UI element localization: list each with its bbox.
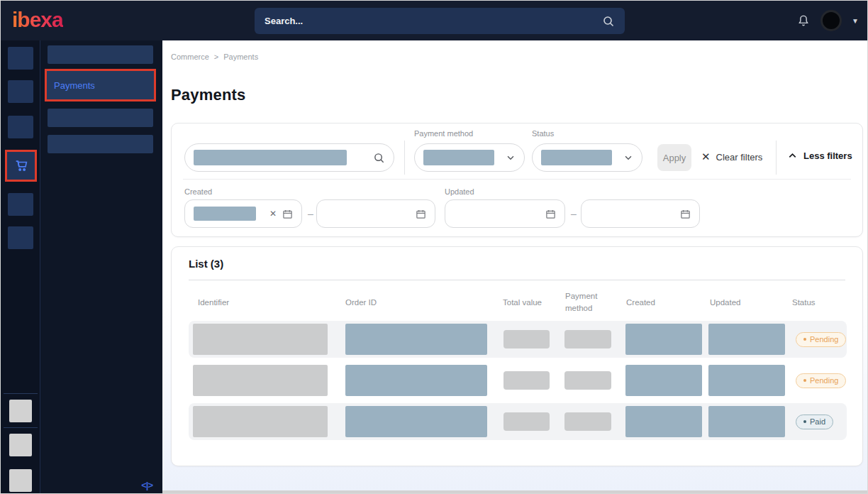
sidebar-item-placeholder-3[interactable] bbox=[48, 135, 153, 153]
redacted-total-value bbox=[503, 330, 550, 348]
less-filters-label[interactable]: Less filters bbox=[803, 150, 852, 161]
status-dot-icon bbox=[803, 379, 806, 382]
date-range-dash: – bbox=[308, 208, 313, 219]
chevron-down-icon[interactable] bbox=[506, 153, 516, 163]
rail-divider-1 bbox=[4, 393, 38, 394]
calendar-icon[interactable] bbox=[545, 209, 556, 219]
secondary-sidebar: Payments <|> bbox=[40, 40, 162, 494]
topbar-actions: ▼ bbox=[796, 1, 859, 40]
sidebar-collapse-icon[interactable]: <|> bbox=[141, 480, 152, 490]
sidebar-item-payments-label[interactable]: Payments bbox=[47, 80, 95, 91]
redacted-updated bbox=[708, 406, 785, 437]
user-avatar[interactable] bbox=[820, 10, 842, 31]
redacted-select-value bbox=[423, 150, 494, 165]
table-row[interactable]: Pending bbox=[189, 362, 847, 399]
list-divider bbox=[189, 280, 845, 280]
less-filters-button[interactable]: Less filters bbox=[787, 150, 852, 161]
updated-to-date-input[interactable] bbox=[581, 199, 700, 228]
calendar-icon[interactable] bbox=[416, 209, 426, 219]
col-created: Created bbox=[621, 297, 704, 309]
filter-divider-1 bbox=[404, 141, 405, 175]
breadcrumb-payments[interactable]: Payments bbox=[223, 53, 258, 61]
created-from-date-input[interactable]: ✕ bbox=[184, 199, 302, 228]
sidebar-item-placeholder-2[interactable] bbox=[48, 109, 153, 127]
top-bar: ibexa ▼ bbox=[1, 1, 868, 40]
redacted-payment-method bbox=[564, 330, 611, 348]
horizontal-scrollbar[interactable] bbox=[162, 490, 868, 494]
redacted-order-id bbox=[345, 406, 487, 437]
rail-bottom-placeholder-3[interactable] bbox=[9, 469, 32, 492]
cart-icon[interactable] bbox=[13, 158, 29, 174]
filter-row-divider bbox=[183, 179, 851, 180]
rail-divider-2 bbox=[4, 427, 38, 428]
status-badge: Paid bbox=[796, 415, 833, 429]
rail-bottom-placeholder-2[interactable] bbox=[9, 434, 32, 456]
filter-search-input[interactable] bbox=[184, 143, 394, 172]
rail-bottom-placeholder-1[interactable] bbox=[9, 400, 32, 422]
status-dot-icon bbox=[803, 420, 806, 423]
redacted-payment-method bbox=[564, 371, 611, 390]
payment-method-select[interactable] bbox=[414, 143, 525, 172]
table-row[interactable]: Paid bbox=[189, 403, 847, 440]
sidebar-item-placeholder-1[interactable] bbox=[48, 45, 153, 64]
search-icon[interactable] bbox=[602, 15, 615, 28]
chevron-down-icon[interactable] bbox=[623, 153, 633, 163]
nav-icon-placeholder-4[interactable] bbox=[8, 193, 33, 216]
redacted-date-value bbox=[194, 207, 256, 221]
clear-date-icon[interactable]: ✕ bbox=[269, 209, 277, 219]
created-to-date-input[interactable] bbox=[316, 199, 435, 228]
main-nav-rail bbox=[1, 40, 40, 494]
status-badge: Pending bbox=[796, 332, 846, 347]
calendar-icon[interactable] bbox=[680, 209, 691, 219]
col-total-value: Total value bbox=[497, 297, 560, 309]
nav-icon-placeholder-2[interactable] bbox=[8, 80, 33, 103]
created-label: Created bbox=[184, 187, 212, 196]
redacted-payment-method bbox=[564, 412, 611, 431]
redacted-updated bbox=[708, 365, 785, 396]
nav-icon-placeholder-5[interactable] bbox=[8, 226, 33, 249]
filters-panel: Payment method Status Apply ✕ Clear filt… bbox=[171, 123, 863, 237]
nav-icon-placeholder-1[interactable] bbox=[8, 47, 33, 70]
payment-method-label: Payment method bbox=[414, 129, 473, 138]
apply-button[interactable]: Apply bbox=[657, 144, 691, 171]
redacted-created bbox=[625, 406, 702, 437]
chevron-up-icon[interactable] bbox=[787, 150, 798, 161]
global-search-input[interactable] bbox=[265, 16, 602, 26]
col-identifier: Identifier bbox=[189, 297, 340, 309]
bell-icon[interactable] bbox=[796, 13, 811, 28]
status-badge: Pending bbox=[796, 373, 846, 388]
table-header: Identifier Order ID Total value Payment … bbox=[189, 282, 847, 322]
list-title: List (3) bbox=[189, 258, 223, 270]
sidebar-item-payments-highlight[interactable]: Payments bbox=[45, 69, 156, 101]
redacted-total-value bbox=[503, 371, 550, 390]
global-search[interactable] bbox=[255, 8, 625, 34]
status-label: Status bbox=[532, 129, 554, 138]
redacted-search-value bbox=[194, 150, 347, 165]
breadcrumb-separator: > bbox=[214, 53, 218, 61]
col-order-id: Order ID bbox=[340, 297, 497, 309]
filter-divider-2 bbox=[776, 141, 777, 175]
table-row[interactable]: Pending bbox=[189, 321, 847, 358]
search-icon[interactable] bbox=[373, 152, 385, 164]
app-window: ibexa ▼ bbox=[0, 0, 868, 494]
updated-from-date-input[interactable] bbox=[445, 199, 565, 228]
breadcrumb-commerce[interactable]: Commerce bbox=[171, 53, 209, 61]
col-updated: Updated bbox=[704, 297, 786, 309]
clear-filters-button[interactable]: ✕ Clear filters bbox=[701, 150, 762, 163]
nav-commerce-highlight[interactable] bbox=[5, 150, 37, 182]
col-payment-method: Payment method bbox=[560, 290, 621, 314]
redacted-identifier bbox=[193, 365, 328, 396]
nav-icon-placeholder-3[interactable] bbox=[8, 116, 33, 138]
main-content: Commerce > Payments Payments Payment met… bbox=[162, 40, 868, 494]
updated-label: Updated bbox=[445, 187, 474, 196]
redacted-identifier bbox=[193, 406, 328, 437]
redacted-identifier bbox=[193, 324, 328, 355]
calendar-icon[interactable] bbox=[282, 209, 293, 219]
status-select[interactable] bbox=[532, 143, 642, 172]
user-menu-caret-icon[interactable]: ▼ bbox=[852, 17, 859, 25]
clear-filters-label[interactable]: Clear filters bbox=[716, 152, 763, 163]
payments-list-panel: List (3) Identifier Order ID Total value… bbox=[171, 246, 863, 466]
ibexa-logo[interactable]: ibexa bbox=[12, 8, 63, 32]
col-status: Status bbox=[786, 297, 847, 309]
close-icon[interactable]: ✕ bbox=[701, 150, 711, 163]
